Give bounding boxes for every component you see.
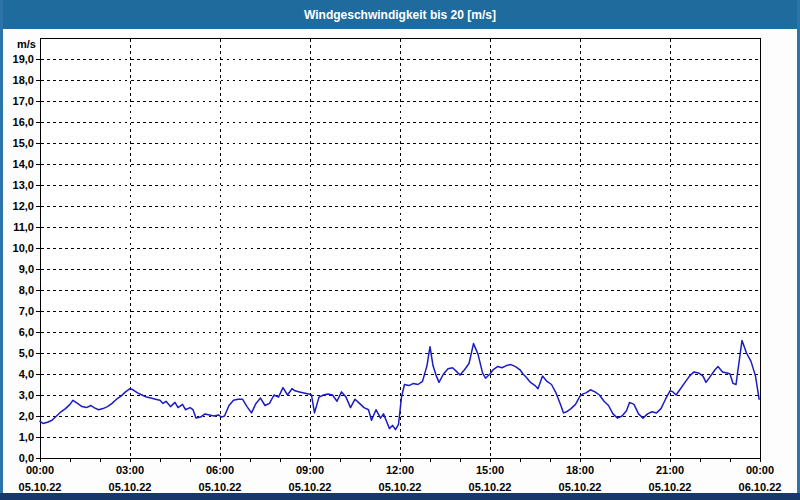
- x-tick-date-label: 05.10.22: [469, 481, 512, 493]
- y-tick-label: 5,0: [19, 347, 34, 359]
- x-axis-labels: 00:0005.10.2203:0005.10.2206:0005.10.220…: [19, 464, 782, 493]
- y-tick-label: 9,0: [19, 263, 34, 275]
- x-tick-date-label: 06.10.22: [739, 481, 782, 493]
- y-tick-label: 7,0: [19, 305, 34, 317]
- y-tick-label: 6,0: [19, 326, 34, 338]
- y-tick-label: 0,0: [19, 452, 34, 464]
- window-title: Windgeschwindigkeit bis 20 [m/s]: [304, 8, 496, 22]
- y-axis-unit-label: m/s: [17, 38, 36, 50]
- y-tick-label: 10,0: [13, 242, 34, 254]
- window-border-left: [0, 0, 3, 500]
- y-tick-label: 1,0: [19, 431, 34, 443]
- y-tick-label: 17,0: [13, 95, 34, 107]
- x-tick-date-label: 05.10.22: [379, 481, 422, 493]
- y-tick-label: 18,0: [13, 74, 34, 86]
- chart-area: 0,01,02,03,04,05,06,07,08,09,010,011,012…: [0, 29, 800, 493]
- x-tick-date-label: 05.10.22: [649, 481, 692, 493]
- x-tick-date-label: 05.10.22: [559, 481, 602, 493]
- y-tick-label: 8,0: [19, 284, 34, 296]
- x-tick-date-label: 05.10.22: [109, 481, 152, 493]
- x-tick-time-label: 03:00: [116, 464, 144, 476]
- x-tick-time-label: 15:00: [476, 464, 504, 476]
- y-tick-label: 13,0: [13, 179, 34, 191]
- x-tick-date-label: 05.10.22: [289, 481, 332, 493]
- x-tick-time-label: 18:00: [566, 464, 594, 476]
- y-tick-label: 11,0: [13, 221, 34, 233]
- x-tick-time-label: 21:00: [656, 464, 684, 476]
- y-tick-label: 14,0: [13, 158, 34, 170]
- x-tick-time-label: 06:00: [206, 464, 234, 476]
- x-tick-time-label: 09:00: [296, 464, 324, 476]
- window-titlebar: Windgeschwindigkeit bis 20 [m/s]: [0, 0, 800, 29]
- x-tick-date-label: 05.10.22: [199, 481, 242, 493]
- x-tick-date-label: 05.10.22: [19, 481, 62, 493]
- x-tick-time-label: 12:00: [386, 464, 414, 476]
- window-border-bottom: [0, 493, 800, 500]
- wind-speed-chart: 0,01,02,03,04,05,06,07,08,09,010,011,012…: [0, 29, 800, 493]
- y-tick-label: 19,0: [13, 53, 34, 65]
- y-tick-label: 15,0: [13, 137, 34, 149]
- y-tick-label: 16,0: [13, 116, 34, 128]
- x-minor-ticks: [40, 458, 760, 462]
- y-tick-label: 2,0: [19, 410, 34, 422]
- x-tick-time-label: 00:00: [746, 464, 774, 476]
- y-tick-label: 3,0: [19, 389, 34, 401]
- y-tick-label: 12,0: [13, 200, 34, 212]
- y-axis: 0,01,02,03,04,05,06,07,08,09,010,011,012…: [13, 38, 40, 464]
- wind-chart-window: Windgeschwindigkeit bis 20 [m/s] 0,01,02…: [0, 0, 800, 500]
- y-tick-label: 4,0: [19, 368, 34, 380]
- x-tick-time-label: 00:00: [26, 464, 54, 476]
